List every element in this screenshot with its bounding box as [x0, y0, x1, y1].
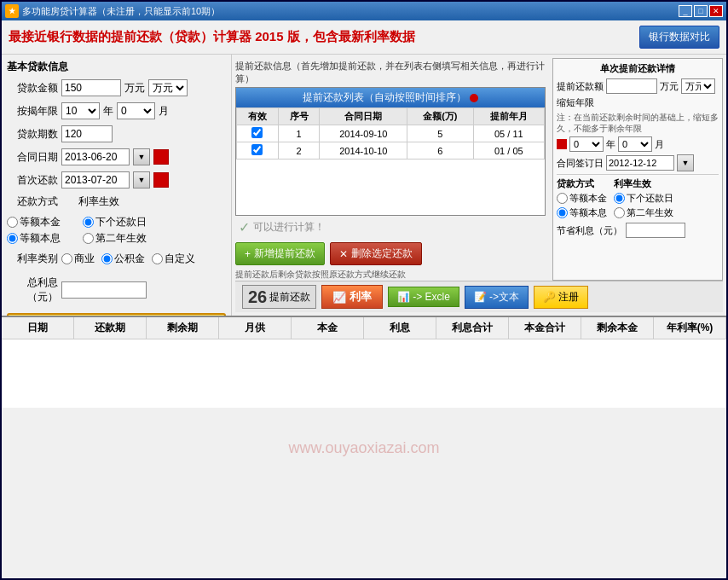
loan-amount-unit: 万元 [124, 81, 145, 96]
ri-signdate-picker[interactable]: ▼ [677, 154, 694, 171]
ri-rate-effect-1-radio[interactable] [614, 193, 625, 204]
total-interest-input [61, 281, 147, 299]
ri-signdate-row: 合同签订日 ▼ [557, 154, 719, 171]
prepay-table-row: 1 2014-09-10 5 05 / 11 [237, 125, 545, 142]
app-icon: ★ [5, 4, 19, 18]
window-title: 多功能房贷计算器（未注册，只能显示前10期） [22, 5, 679, 18]
minimize-button[interactable]: _ [679, 5, 692, 17]
ri-amount-row: 提前还款额 万元 万元 元 [557, 78, 719, 94]
ri-signdate-label: 合同签订日 [557, 157, 604, 170]
prepay-seq-cell: 1 [278, 125, 320, 142]
export-excel-button[interactable]: 📊 -> Excle [388, 287, 459, 307]
rate-effect-2-radio[interactable] [83, 233, 94, 244]
prepay-note: 提前还款后剩余贷款按照原还款方式继续还款 [235, 269, 546, 281]
del-prepay-button[interactable]: ✕ 删除选定还款 [330, 242, 422, 265]
maximize-button[interactable]: □ [694, 5, 708, 17]
ri-red-sq [557, 139, 567, 149]
col-monthly-header: 月供 [219, 317, 292, 339]
prepay-valid-cell[interactable] [237, 142, 279, 160]
col-annual-rate-header: 年利率(%) [654, 317, 726, 339]
basic-info-title: 基本贷款信息 [7, 60, 226, 74]
prepay-date-cell: 2014-10-10 [320, 142, 407, 160]
title-bar: ★ 多功能房贷计算器（未注册，只能显示前10期） _ □ ✕ [2, 2, 726, 20]
months-select[interactable]: 0 1 2 3 4 5 6 7 8 9 10 11 [117, 102, 155, 119]
pay-method-2-radio[interactable] [7, 233, 18, 244]
key-icon: 🔑 [543, 291, 556, 303]
prepay-table: 有效 序号 合同日期 金额(万) 提前年月 1 2014-09 [236, 107, 545, 160]
rate-type-3-radio[interactable] [152, 253, 163, 264]
rate-button[interactable]: 📈 利率 [321, 285, 383, 309]
window-controls: _ □ ✕ [679, 5, 723, 17]
header-title: 最接近银行数据的提前还款（贷款）计算器 2015 版，包含最新利率数据 [9, 29, 415, 45]
pay-method-label: 还款方式 [7, 194, 58, 209]
prepay-amount-cell: 5 [407, 125, 474, 142]
divider-1 [557, 174, 719, 175]
x-icon: ✕ [339, 248, 348, 260]
right-top: 提前还款信息（首先增加提前还款，并在列表右侧填写相关信息，再进行计算） 提前还款… [235, 58, 723, 281]
save-interest-input [626, 223, 685, 238]
rate-effect-1-radio[interactable] [83, 217, 94, 228]
close-button[interactable]: ✕ [709, 5, 723, 17]
prepay-valid-checkbox[interactable] [251, 127, 263, 138]
years-row: 按揭年限 10 5 15 20 25 30 年 0 1 2 3 4 5 [7, 102, 226, 119]
ri-rate-effect-2-label[interactable]: 第二年生效 [614, 206, 673, 219]
prepay-date-button[interactable]: 26 提前还款 [242, 285, 316, 309]
rate-effect-2-label[interactable]: 第二年生效 [83, 231, 147, 246]
prepay-valid-cell[interactable] [237, 125, 279, 142]
left-panel: 基本贷款信息 贷款金额 万元 万元 元 按揭年限 10 5 15 20 [2, 55, 232, 316]
col-amount-header: 金额(万) [407, 108, 474, 125]
ri-amount-unit-select[interactable]: 万元 元 [681, 78, 715, 94]
ri-loan-method-col: 贷款方式 等额本金 等额本息 [557, 177, 607, 219]
sign-date-picker[interactable]: ▼ [133, 148, 150, 165]
ri-loan-method-2-radio[interactable] [557, 207, 568, 218]
ri-loan-method-2-label[interactable]: 等额本息 [557, 206, 607, 219]
col-prepay-month-header: 提前年月 [473, 108, 544, 125]
first-pay-clear[interactable] [153, 172, 169, 188]
rate-chart-icon: 📈 [332, 291, 346, 304]
rate-type-1-label[interactable]: 商业 [61, 252, 95, 266]
ri-rate-effect-2-radio[interactable] [614, 207, 625, 218]
sign-date-clear[interactable] [153, 149, 169, 165]
ri-loan-method-1-label[interactable]: 等额本金 [557, 192, 607, 205]
rate-type-2-radio[interactable] [101, 253, 113, 264]
sign-date-input[interactable] [61, 148, 130, 165]
ri-amount-input[interactable] [606, 78, 657, 94]
first-pay-picker[interactable]: ▼ [133, 171, 150, 188]
years-label: 按揭年限 [7, 104, 58, 119]
rate-type-1-radio[interactable] [61, 253, 72, 264]
col-date-header: 日期 [2, 317, 74, 339]
ri-month-select[interactable]: 0 1 2 3 [618, 136, 652, 152]
bank-compare-button[interactable]: 银行数据对比 [639, 26, 719, 49]
pay-method-1-radio[interactable] [7, 217, 18, 228]
pay-method-1-label[interactable]: 等额本金 [7, 215, 61, 229]
loan-amount-unit-select[interactable]: 万元 元 [148, 79, 188, 96]
periods-row: 贷款期数 [7, 125, 226, 142]
prepay-date-label: 提前还款 [269, 290, 310, 304]
loan-amount-input[interactable] [61, 79, 121, 96]
ri-rate-effect-title: 利率生效 [614, 177, 673, 190]
ri-year-select[interactable]: 0 1 2 3 5 [569, 136, 604, 152]
ri-loan-method-1-radio[interactable] [557, 193, 568, 204]
ri-signdate-input[interactable] [606, 155, 674, 171]
ri-amount-unit: 万元 [660, 80, 679, 93]
ri-note: 注：在当前还款剩余时间的基础上，缩短多久，不能多于剩余年限 [557, 112, 719, 134]
col-period-header: 还款期 [74, 317, 147, 339]
sign-date-label: 合同日期 [7, 150, 58, 165]
ri-shorten-label: 缩短年限 [557, 96, 594, 109]
rate-effect-1-label[interactable]: 下个还款日 [83, 215, 147, 229]
rate-type-3-label[interactable]: 自定义 [152, 252, 195, 266]
ri-rate-effect-1-label[interactable]: 下个还款日 [614, 192, 673, 205]
save-interest-label: 节省利息（元） [557, 224, 622, 237]
rate-type-2-label[interactable]: 公积金 [101, 252, 145, 266]
periods-input[interactable] [61, 125, 113, 142]
excel-icon: 📊 [397, 291, 410, 303]
ri-month-unit: 月 [655, 138, 664, 151]
prepay-valid-checkbox[interactable] [251, 144, 263, 155]
years-select[interactable]: 10 5 15 20 25 30 [61, 102, 100, 119]
add-prepay-button[interactable]: + 新增提前还款 [235, 242, 325, 265]
register-button[interactable]: 🔑 注册 [534, 286, 588, 309]
first-pay-input[interactable] [61, 171, 130, 188]
export-text-button[interactable]: 📝 ->文本 [465, 286, 529, 309]
pay-method-2-label[interactable]: 等额本息 [7, 231, 61, 246]
check-icon: ✓ [239, 219, 250, 235]
